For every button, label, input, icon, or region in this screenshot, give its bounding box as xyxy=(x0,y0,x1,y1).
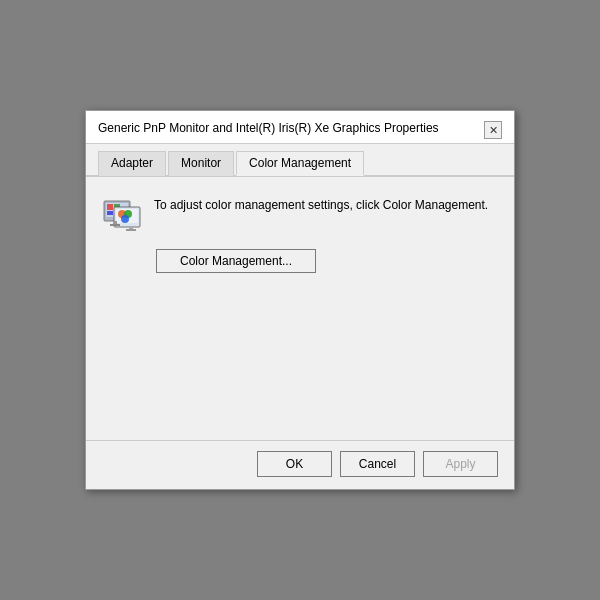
svg-rect-4 xyxy=(107,211,113,215)
color-mgmt-description: To adjust color management settings, cli… xyxy=(154,193,488,214)
svg-rect-14 xyxy=(126,229,136,231)
color-mgmt-button-container: Color Management... xyxy=(102,249,498,273)
title-bar: Generic PnP Monitor and Intel(R) Iris(R)… xyxy=(86,111,514,144)
tab-content-color-management: To adjust color management settings, cli… xyxy=(86,177,514,440)
dialog-footer: OK Cancel Apply xyxy=(86,440,514,489)
svg-point-10 xyxy=(121,215,129,223)
dialog-window: Generic PnP Monitor and Intel(R) Iris(R)… xyxy=(85,110,515,490)
ok-button[interactable]: OK xyxy=(257,451,332,477)
apply-button[interactable]: Apply xyxy=(423,451,498,477)
close-button[interactable]: ✕ xyxy=(484,121,502,139)
color-management-icon xyxy=(102,193,142,233)
tab-monitor[interactable]: Monitor xyxy=(168,151,234,176)
tab-strip: Adapter Monitor Color Management xyxy=(86,144,514,177)
tab-adapter[interactable]: Adapter xyxy=(98,151,166,176)
tab-color-management[interactable]: Color Management xyxy=(236,151,364,176)
color-management-button[interactable]: Color Management... xyxy=(156,249,316,273)
cancel-button[interactable]: Cancel xyxy=(340,451,415,477)
svg-rect-2 xyxy=(107,204,113,210)
svg-rect-12 xyxy=(110,224,120,226)
dialog-title: Generic PnP Monitor and Intel(R) Iris(R)… xyxy=(98,119,439,143)
color-mgmt-info-section: To adjust color management settings, cli… xyxy=(102,193,498,233)
